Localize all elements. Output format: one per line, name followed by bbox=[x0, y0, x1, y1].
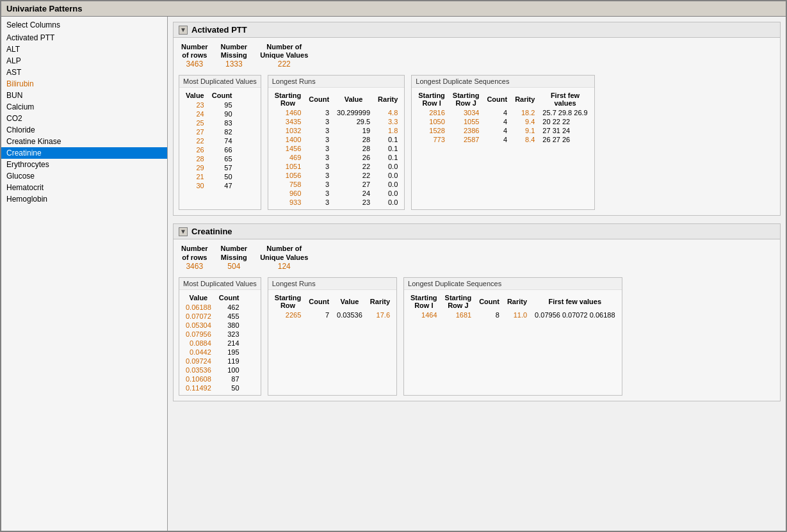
table-cell: 0.07072 bbox=[182, 312, 215, 321]
sidebar-item[interactable]: Hemoglobin bbox=[1, 193, 167, 205]
longest-runs-title: Longest Runs bbox=[268, 76, 405, 88]
summary-label: NumberMissing bbox=[221, 43, 248, 60]
table-cell: 90 bbox=[208, 109, 236, 118]
sidebar-item[interactable]: ALT bbox=[1, 44, 167, 55]
table-cell: 4 bbox=[483, 117, 511, 126]
table-cell: 3 bbox=[305, 144, 333, 153]
table-cell: 455 bbox=[215, 312, 243, 321]
most-duplicated-title: Most Duplicated Values bbox=[179, 76, 261, 88]
table-cell: 0.06188 bbox=[182, 303, 215, 312]
table-header: Rarity bbox=[374, 90, 402, 108]
table-row: 7583270.0 bbox=[271, 180, 402, 189]
sidebar-item[interactable]: CO2 bbox=[1, 113, 167, 124]
sidebar-item[interactable]: Glucose bbox=[1, 170, 167, 182]
table-cell: 0.05304 bbox=[182, 321, 215, 330]
table-cell: 1032 bbox=[271, 126, 305, 135]
sidebar-item[interactable]: Bilirubin bbox=[1, 78, 167, 90]
summary-label: Numberof rows bbox=[181, 245, 208, 261]
longest-runs-section: Longest RunsStartingRowCountValueRarity2… bbox=[268, 277, 397, 396]
table-cell: 4 bbox=[483, 126, 511, 135]
sidebar-item[interactable]: Calcium bbox=[1, 101, 167, 113]
sidebar-item[interactable]: ALP bbox=[1, 55, 167, 67]
table-cell: 1460 bbox=[271, 108, 305, 117]
table-header: Rarity bbox=[503, 293, 531, 310]
summary-item: NumberMissing1333 bbox=[221, 43, 248, 69]
table-header: Count bbox=[305, 293, 333, 310]
longest-runs-table: StartingRowCountValueRarity226570.035361… bbox=[271, 293, 394, 319]
table-cell: 7 bbox=[305, 310, 333, 319]
table-row: 773258748.426 27 26 bbox=[414, 135, 591, 144]
sidebar: Select Columns Activated PTTALTALPASTBil… bbox=[1, 17, 168, 531]
summary-value: 3463 bbox=[181, 262, 208, 271]
table-row: 1528238649.127 31 24 bbox=[414, 126, 591, 135]
table-cell: 3 bbox=[305, 180, 333, 189]
collapse-btn[interactable] bbox=[179, 227, 188, 236]
longest-dup-seq-section: Longest Duplicate SequencesStartingRow I… bbox=[411, 75, 594, 210]
most-duplicated-table: ValueCount0.061884620.070724550.05304380… bbox=[182, 293, 243, 392]
table-cell: 1681 bbox=[441, 310, 476, 319]
longest-runs-body: StartingRowCountValueRarity1460330.29999… bbox=[268, 88, 405, 209]
table-cell: 4 bbox=[483, 135, 511, 144]
table-row: 2865 bbox=[182, 154, 236, 163]
sidebar-item[interactable]: Creatinine bbox=[1, 147, 167, 159]
sidebar-item[interactable]: AST bbox=[1, 67, 167, 78]
table-cell: 0.0442 bbox=[182, 348, 215, 357]
summary-label: NumberMissing bbox=[221, 245, 248, 261]
sidebar-item[interactable]: BUN bbox=[1, 90, 167, 101]
table-row: 2395 bbox=[182, 101, 236, 109]
most-duplicated-section: Most Duplicated ValuesValueCount23952490… bbox=[179, 75, 261, 210]
table-cell: 3 bbox=[305, 135, 333, 144]
table-cell: 1056 bbox=[271, 171, 305, 180]
table-cell: 29.5 bbox=[333, 117, 374, 126]
table-cell: 24 bbox=[182, 109, 208, 118]
table-cell: 1464 bbox=[407, 310, 441, 319]
table-cell: 3 bbox=[305, 117, 333, 126]
table-cell: 30 bbox=[182, 181, 208, 190]
sidebar-label: Select Columns bbox=[1, 19, 167, 31]
most-duplicated-table: ValueCount239524902583278222742666286529… bbox=[182, 90, 236, 190]
table-header: StartingRow I bbox=[407, 293, 441, 310]
table-cell: 960 bbox=[271, 189, 305, 198]
sidebar-item[interactable]: Chloride bbox=[1, 124, 167, 136]
table-row: 4693260.1 bbox=[271, 153, 402, 162]
table-header: Value bbox=[333, 90, 374, 108]
table-cell: 27 bbox=[182, 127, 208, 136]
table-cell: 0.0 bbox=[374, 180, 402, 189]
table-cell: 22 bbox=[333, 162, 374, 171]
table-row: 1460330.2999994.8 bbox=[271, 108, 402, 117]
table-header: StartingRow bbox=[271, 293, 305, 310]
sidebar-item[interactable]: Erythrocytes bbox=[1, 159, 167, 170]
table-cell: 9.1 bbox=[511, 126, 539, 135]
table-cell: 0.09724 bbox=[182, 357, 215, 366]
table-header: StartingRow I bbox=[414, 90, 449, 108]
table-row: 3047 bbox=[182, 181, 236, 190]
table-cell: 1050 bbox=[414, 117, 449, 126]
section-title: Creatinine bbox=[191, 227, 232, 236]
table-cell: 3 bbox=[305, 171, 333, 180]
table-cell: 11.0 bbox=[503, 310, 531, 319]
summary-item: Number ofUnique Values124 bbox=[260, 245, 308, 270]
summary-value: 504 bbox=[221, 262, 248, 271]
sidebar-item[interactable]: Hematocrit bbox=[1, 182, 167, 193]
table-header: Count bbox=[215, 293, 243, 303]
table-cell: 3 bbox=[305, 189, 333, 198]
table-row: 3435329.53.3 bbox=[271, 117, 402, 126]
sub-sections-row: Most Duplicated ValuesValueCount0.061884… bbox=[179, 277, 775, 396]
table-cell: 933 bbox=[271, 198, 305, 207]
table-cell: 17.6 bbox=[366, 310, 394, 319]
table-cell: 1400 bbox=[271, 135, 305, 144]
summary-row: Numberof rows3463NumberMissing504Number … bbox=[179, 245, 775, 270]
longest-dup-seq-title: Longest Duplicate Sequences bbox=[404, 278, 621, 290]
sidebar-item[interactable]: Creatine Kinase bbox=[1, 136, 167, 147]
collapse-btn[interactable] bbox=[179, 26, 188, 35]
section-creatinine: Creatinine Numberof rows3463NumberMissin… bbox=[173, 223, 781, 401]
table-cell: 0.1 bbox=[374, 135, 402, 144]
table-cell: 0.1 bbox=[374, 144, 402, 153]
sidebar-item[interactable]: Activated PTT bbox=[1, 32, 167, 44]
table-header: Rarity bbox=[511, 90, 539, 108]
table-cell: 22 bbox=[182, 136, 208, 145]
table-cell: 3435 bbox=[271, 117, 305, 126]
table-row: 0.0442195 bbox=[182, 348, 243, 357]
table-cell: 30.299999 bbox=[333, 108, 374, 117]
table-cell: 1528 bbox=[414, 126, 449, 135]
